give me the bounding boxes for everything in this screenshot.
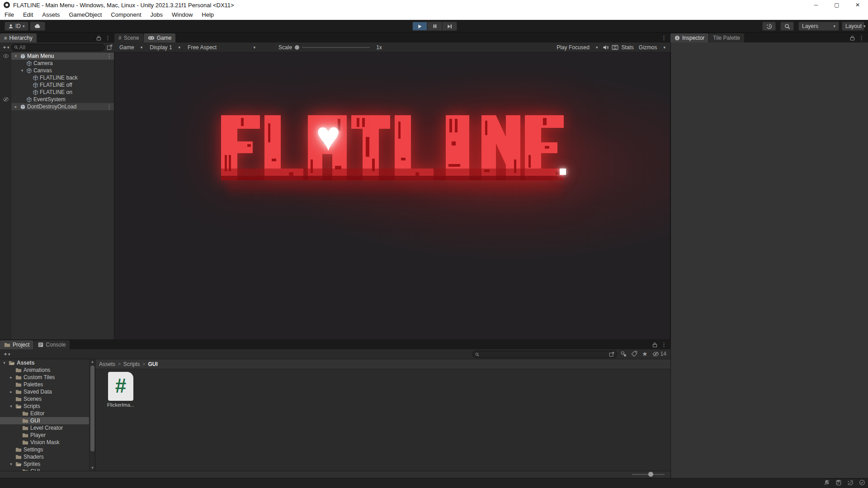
tab-inspector[interactable]: Inspector xyxy=(670,33,708,42)
lock-icon[interactable] xyxy=(96,35,101,41)
hidden-items-toggle[interactable]: 14 xyxy=(652,351,666,357)
notifications-muted-icon[interactable] xyxy=(824,479,830,486)
breadcrumb-scripts[interactable]: Scripts xyxy=(123,361,140,367)
menu-help[interactable]: Help xyxy=(197,10,218,20)
scroll-up-icon[interactable]: ▲ xyxy=(90,359,95,365)
breadcrumb-gui[interactable]: GUI xyxy=(148,361,157,367)
favorites-icon[interactable]: ★ xyxy=(642,350,648,357)
close-button[interactable]: ✕ xyxy=(847,0,868,10)
project-folder-assets[interactable]: ▾Assets xyxy=(0,359,95,366)
hierarchy-search-input[interactable]: All xyxy=(11,44,105,51)
hierarchy-item-camera[interactable]: Camera xyxy=(0,60,114,67)
layout-dropdown[interactable]: Layout ▾ xyxy=(842,22,864,31)
maximize-button[interactable]: ▢ xyxy=(826,0,847,10)
project-search-input[interactable] xyxy=(472,351,617,358)
add-asset-button[interactable]: ＋▾ xyxy=(3,350,10,358)
kebab-menu-icon[interactable]: ⋮ xyxy=(106,53,112,60)
project-folder-custom-tiles[interactable]: ▸Custom Tiles xyxy=(0,374,95,381)
project-folder-gui[interactable]: GUI xyxy=(0,468,95,471)
add-gameobject-button[interactable]: ＋▾ xyxy=(2,43,9,51)
project-folder-scripts[interactable]: ▾Scripts xyxy=(0,403,95,410)
project-folder-gui[interactable]: GUI xyxy=(0,417,95,424)
hierarchy-item-flatline-back[interactable]: FLATLINE back xyxy=(0,74,114,81)
project-folder-level-creator[interactable]: Level Creator xyxy=(0,424,95,432)
account-button[interactable]: ID ▾ xyxy=(5,22,28,31)
menu-component[interactable]: Component xyxy=(106,10,146,20)
progress-idle-icon[interactable] xyxy=(859,479,865,486)
cloud-button[interactable] xyxy=(30,22,45,31)
tab-project[interactable]: Project xyxy=(0,340,33,349)
pause-button[interactable] xyxy=(427,22,442,31)
project-folder-editor[interactable]: Editor xyxy=(0,410,95,417)
expander-icon[interactable]: ▸ xyxy=(9,375,14,380)
project-folder-saved-data[interactable]: ▸Saved Data xyxy=(0,388,95,395)
vsync-grid-icon[interactable] xyxy=(612,45,618,50)
layers-dropdown[interactable]: Layers ▾ xyxy=(798,22,839,31)
expander-icon[interactable]: ▾ xyxy=(9,462,14,466)
display-dropdown[interactable]: Display 1▾ xyxy=(147,43,183,52)
icon-size-slider-thumb[interactable] xyxy=(648,472,653,477)
project-folder-animations[interactable]: Animations xyxy=(0,366,95,374)
tab-scene[interactable]: #Scene xyxy=(114,33,143,42)
project-tree-scrollbar[interactable]: ▲ ▼ xyxy=(89,359,95,471)
menu-edit[interactable]: Edit xyxy=(19,10,38,20)
hierarchy-item-main-menu[interactable]: ▾Main Menu⋮ xyxy=(0,52,114,60)
project-folder-palettes[interactable]: Palettes xyxy=(0,381,95,388)
minimize-button[interactable]: ─ xyxy=(806,0,826,10)
play-button[interactable] xyxy=(412,22,427,31)
expander-icon[interactable]: ▾ xyxy=(19,68,25,73)
tab-game[interactable]: Game xyxy=(144,33,176,42)
game-viewport[interactable]: ♥ xyxy=(114,52,670,339)
menu-assets[interactable]: Assets xyxy=(38,10,64,20)
lock-icon[interactable] xyxy=(850,35,855,41)
eye-slash-icon[interactable] xyxy=(3,97,9,102)
hierarchy-item-canvas[interactable]: ▾Canvas xyxy=(0,67,114,74)
expander-icon[interactable]: ▸ xyxy=(9,389,14,394)
cache-server-off-icon[interactable] xyxy=(835,479,842,486)
menu-gameobject[interactable]: GameObject xyxy=(64,10,106,20)
audio-mute-icon[interactable] xyxy=(603,45,609,50)
search-in-scene-icon[interactable] xyxy=(609,352,614,357)
auto-refresh-off-icon[interactable] xyxy=(847,479,854,486)
project-folder-player[interactable]: Player xyxy=(0,432,95,439)
play-focused-dropdown[interactable]: Play Focused▾ xyxy=(554,43,600,52)
aspect-dropdown[interactable]: Free Aspect▾ xyxy=(185,43,258,52)
scene-picker-icon[interactable] xyxy=(107,44,113,50)
hierarchy-item-flatline-on[interactable]: FLATLINE on xyxy=(0,89,114,96)
expander-icon[interactable]: ▾ xyxy=(13,54,19,58)
expander-icon[interactable]: ▸ xyxy=(13,104,19,109)
stats-button[interactable]: Stats xyxy=(621,44,633,51)
menu-jobs[interactable]: Jobs xyxy=(146,10,167,20)
project-folder-shaders[interactable]: Shaders xyxy=(0,453,95,460)
step-button[interactable] xyxy=(442,22,457,31)
expander-icon[interactable]: ▾ xyxy=(2,361,7,365)
expander-icon[interactable]: ▾ xyxy=(9,404,14,408)
game-mode-dropdown[interactable]: Game▾ xyxy=(117,43,145,52)
project-folder-vision-mask[interactable]: Vision Mask xyxy=(0,439,95,446)
scale-slider-track[interactable] xyxy=(302,47,370,48)
project-folder-sprites[interactable]: ▾Sprites xyxy=(0,460,95,468)
menu-window[interactable]: Window xyxy=(167,10,197,20)
search-button[interactable] xyxy=(780,22,794,31)
breadcrumb-assets[interactable]: Assets xyxy=(99,361,115,367)
scale-slider-thumb[interactable] xyxy=(295,45,299,50)
lock-icon[interactable] xyxy=(652,342,657,347)
project-folder-settings[interactable]: Settings xyxy=(0,446,95,453)
inspector-menu-icon[interactable]: ⋮ xyxy=(859,34,864,41)
hierarchy-menu-icon[interactable]: ⋮ xyxy=(105,34,111,41)
project-folder-scenes[interactable]: Scenes xyxy=(0,395,95,403)
game-panel-menu-icon[interactable]: ⋮ xyxy=(661,34,667,41)
undo-history-button[interactable] xyxy=(762,22,776,31)
hierarchy-item-flatline-off[interactable]: FLATLINE off xyxy=(0,81,114,89)
gizmos-dropdown[interactable]: Gizmos▾ xyxy=(637,43,668,52)
label-filter-icon[interactable] xyxy=(631,351,637,357)
hierarchy-item-dontdestroyonload[interactable]: ▸DontDestroyOnLoad⋮ xyxy=(0,103,114,110)
eye-icon[interactable] xyxy=(3,54,9,58)
tab-console[interactable]: Console xyxy=(34,340,70,349)
kebab-menu-icon[interactable]: ⋮ xyxy=(106,103,112,110)
menu-file[interactable]: File xyxy=(0,10,19,20)
hierarchy-item-eventsystem[interactable]: EventSystem xyxy=(0,96,114,103)
scrollbar-thumb[interactable] xyxy=(90,366,94,451)
project-menu-icon[interactable]: ⋮ xyxy=(661,341,667,348)
scroll-down-icon[interactable]: ▼ xyxy=(90,465,95,471)
